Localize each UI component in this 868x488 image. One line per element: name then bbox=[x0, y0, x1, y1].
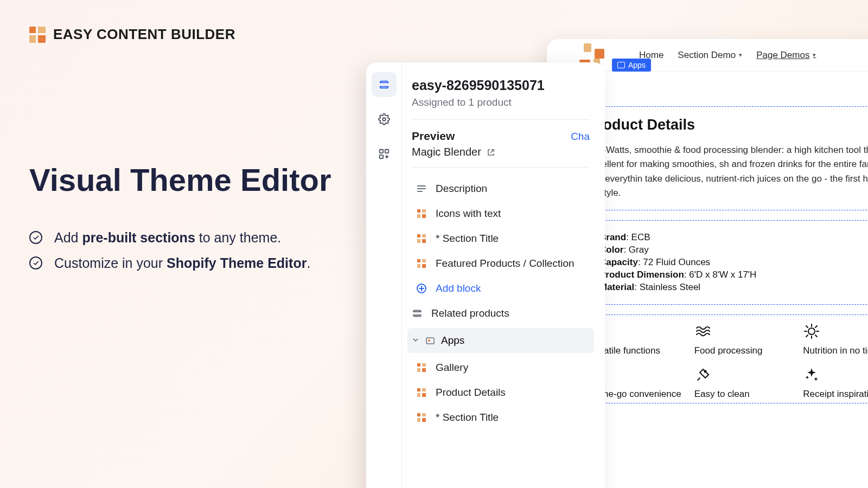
feature-label: Food processing bbox=[694, 345, 793, 356]
feature-item: Easy to clean bbox=[694, 366, 793, 400]
feature-item: Nutrition in no time bbox=[803, 323, 868, 356]
section-item-section-title[interactable]: * Section Title bbox=[412, 226, 590, 251]
check-icon bbox=[29, 231, 42, 244]
hero-bullet-text: Customize in your Shopify Theme Editor. bbox=[54, 255, 310, 271]
editor-body: easy-8269590135071 Assigned to 1 product… bbox=[402, 62, 605, 488]
section-icon bbox=[412, 308, 423, 319]
feature-item: Food processing bbox=[694, 323, 793, 356]
section-item-related-products[interactable]: Related products bbox=[412, 301, 590, 326]
hero-bullet: Add pre-built sections to any theme. bbox=[29, 230, 333, 246]
svg-point-11 bbox=[704, 371, 706, 373]
rail-apps-button[interactable] bbox=[372, 142, 397, 166]
preview-label: Preview bbox=[412, 130, 455, 143]
section-item-label: Description bbox=[436, 183, 487, 195]
chevron-down-icon bbox=[412, 335, 419, 346]
svg-rect-1 bbox=[379, 150, 382, 153]
plus-circle-icon bbox=[416, 283, 427, 294]
hero-bullet: Customize in your Shopify Theme Editor. bbox=[29, 255, 333, 271]
spec-item: Color: Gray bbox=[599, 245, 868, 255]
spec-item: Material: Stainless Steel bbox=[599, 282, 868, 293]
product-details-block[interactable]: Product Details 600-Watts, smoothie & fo… bbox=[576, 106, 868, 210]
svg-rect-2 bbox=[385, 150, 388, 153]
apps-child-product-details[interactable]: Product Details bbox=[412, 380, 590, 405]
hero-title: Visual Theme Editor bbox=[29, 163, 333, 197]
external-link-icon bbox=[487, 148, 495, 157]
logo-icon bbox=[29, 27, 46, 43]
apps-child-gallery[interactable]: Gallery bbox=[412, 355, 590, 380]
section-item-featured-products[interactable]: Featured Products / Collection bbox=[412, 251, 590, 276]
spec-item: Product Dimension: 6'D x 8'W x 17'H bbox=[599, 269, 868, 280]
brand-logo: EASY CONTENT BUILDER bbox=[29, 26, 235, 43]
product-details-description: 600-Watts, smoothie & food processing bl… bbox=[588, 143, 868, 200]
section-item-label: * Section Title bbox=[436, 233, 499, 245]
brand-name: EASY CONTENT BUILDER bbox=[53, 26, 235, 43]
svg-rect-5 bbox=[426, 338, 434, 344]
section-item-description[interactable]: Description bbox=[412, 176, 590, 201]
preview-row: Preview Cha Magic Blender bbox=[412, 120, 590, 168]
hero-bullet-text: Add pre-built sections to any theme. bbox=[54, 230, 281, 246]
feature-label: Receipt inspiration bbox=[803, 389, 868, 400]
add-block-label: Add block bbox=[436, 282, 481, 294]
svg-point-0 bbox=[382, 118, 386, 121]
spec-item: Capacity: 72 Fluid Ounces bbox=[599, 257, 868, 268]
section-item-label: Featured Products / Collection bbox=[436, 258, 575, 269]
apps-pill-label: Apps bbox=[628, 61, 646, 69]
section-item-label: Product Details bbox=[436, 387, 506, 399]
feature-icon bbox=[803, 323, 820, 340]
block-icon bbox=[416, 387, 427, 398]
section-list: Description Icons with text * Section Ti… bbox=[412, 176, 590, 430]
chevron-down-icon: ▾ bbox=[739, 52, 742, 59]
check-icon bbox=[29, 256, 42, 269]
feature-label: Nutrition in no time bbox=[803, 345, 868, 356]
feature-icon bbox=[694, 323, 712, 340]
svg-rect-3 bbox=[379, 155, 382, 158]
block-icon bbox=[416, 208, 427, 219]
rail-settings-button[interactable] bbox=[372, 107, 397, 132]
apps-icon bbox=[425, 335, 436, 346]
feature-label: Easy to clean bbox=[694, 389, 793, 400]
block-icon bbox=[416, 233, 427, 244]
product-specs-block[interactable]: Brand: ECBColor: GrayCapacity: 72 Fluid … bbox=[576, 220, 868, 305]
spec-item: Brand: ECB bbox=[599, 232, 868, 243]
apps-label: Apps bbox=[441, 335, 464, 346]
preview-product-name[interactable]: Magic Blender bbox=[412, 146, 590, 158]
product-features-block[interactable]: Versatile functionsFood processingNutrit… bbox=[576, 314, 868, 403]
chevron-down-icon: ▾ bbox=[813, 52, 816, 59]
section-item-label: Related products bbox=[431, 307, 509, 319]
apps-child-section-title[interactable]: * Section Title bbox=[412, 405, 590, 430]
section-item-label: Gallery bbox=[436, 362, 468, 374]
product-details-title: Product Details bbox=[588, 117, 868, 133]
apps-pill[interactable]: Apps bbox=[612, 59, 651, 72]
preview-nav: Home Section Demo▾ Page Demos▾ bbox=[639, 50, 816, 61]
apps-section-toggle[interactable]: Apps bbox=[407, 328, 594, 353]
section-item-label: * Section Title bbox=[436, 412, 499, 423]
assigned-text: Assigned to 1 product bbox=[412, 97, 590, 120]
block-icon bbox=[416, 362, 427, 373]
block-icon bbox=[416, 258, 427, 269]
svg-point-10 bbox=[808, 328, 815, 335]
nav-page-demos[interactable]: Page Demos▾ bbox=[756, 50, 816, 61]
theme-editor-panel: easy-8269590135071 Assigned to 1 product… bbox=[366, 62, 605, 488]
rail-sections-button[interactable] bbox=[372, 72, 397, 97]
add-block-button[interactable]: Add block bbox=[412, 276, 590, 301]
section-item-icons-text[interactable]: Icons with text bbox=[412, 201, 590, 226]
feature-icon bbox=[694, 366, 712, 383]
feature-icon bbox=[803, 366, 820, 383]
feature-item: Receipt inspiration bbox=[803, 366, 868, 400]
hero: Visual Theme Editor Add pre-built sectio… bbox=[29, 163, 333, 271]
spec-list: Brand: ECBColor: GrayCapacity: 72 Fluid … bbox=[588, 232, 868, 293]
feature-grid: Versatile functionsFood processingNutrit… bbox=[585, 323, 868, 400]
template-id: easy-8269590135071 bbox=[412, 78, 590, 93]
block-icon bbox=[416, 412, 427, 423]
nav-section-demo[interactable]: Section Demo▾ bbox=[678, 50, 742, 61]
editor-rail bbox=[366, 62, 402, 488]
text-lines-icon bbox=[416, 183, 427, 194]
change-link[interactable]: Cha bbox=[571, 131, 590, 143]
svg-point-6 bbox=[428, 339, 430, 342]
section-item-label: Icons with text bbox=[436, 208, 501, 220]
